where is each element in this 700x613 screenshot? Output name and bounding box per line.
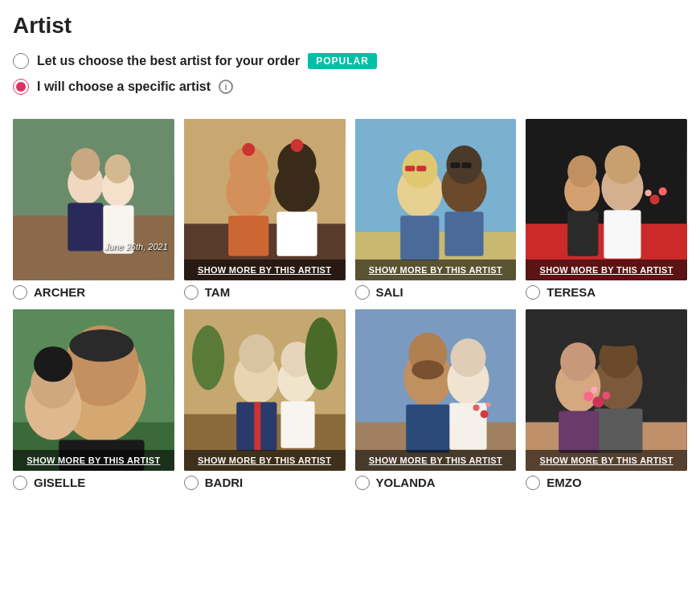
artist-name-emzo: EMZO bbox=[546, 476, 581, 489]
svg-point-60 bbox=[305, 317, 337, 390]
auto-artist-option[interactable]: Let us choose the best artist for your o… bbox=[13, 53, 687, 69]
info-icon[interactable]: i bbox=[219, 80, 233, 94]
show-more-teresa[interactable]: SHOW MORE BY THIS ARTIST bbox=[526, 260, 687, 280]
artist-label-emzo[interactable]: EMZO bbox=[526, 476, 687, 490]
artist-selection-group: Let us choose the best artist for your o… bbox=[13, 53, 687, 95]
svg-rect-55 bbox=[254, 402, 260, 450]
specific-artist-radio[interactable] bbox=[13, 79, 29, 95]
show-more-giselle[interactable]: SHOW MORE BY THIS ARTIST bbox=[13, 450, 174, 471]
artist-label-yolanda[interactable]: YOLANDA bbox=[355, 476, 517, 490]
svg-rect-58 bbox=[280, 401, 314, 447]
artist-name-yolanda: YOLANDA bbox=[376, 476, 436, 489]
artist-name-sali: SALI bbox=[376, 285, 403, 299]
svg-point-16 bbox=[242, 143, 255, 156]
show-more-tam[interactable]: SHOW MORE BY THIS ARTIST bbox=[184, 260, 346, 280]
artist-image-badri bbox=[184, 309, 346, 471]
svg-point-86 bbox=[592, 386, 598, 393]
artist-radio-badri[interactable] bbox=[184, 476, 199, 490]
artist-image-wrap-yolanda: SHOW MORE BY THIS ARTIST bbox=[355, 309, 517, 471]
svg-point-17 bbox=[290, 139, 303, 152]
svg-point-84 bbox=[584, 391, 594, 401]
artist-image-tam bbox=[184, 119, 346, 280]
svg-rect-69 bbox=[449, 403, 486, 449]
artist-image-teresa bbox=[526, 119, 687, 280]
svg-rect-29 bbox=[461, 162, 471, 168]
svg-rect-22 bbox=[400, 215, 439, 260]
svg-point-49 bbox=[34, 346, 72, 382]
auto-artist-radio[interactable] bbox=[13, 53, 29, 69]
show-more-emzo[interactable]: SHOW MORE BY THIS ARTIST bbox=[526, 450, 687, 471]
artist-radio-emzo[interactable] bbox=[526, 476, 540, 490]
artist-card-emzo: SHOW MORE BY THIS ARTISTEMZO bbox=[526, 309, 687, 490]
artist-image-wrap-giselle: SHOW MORE BY THIS ARTIST bbox=[13, 309, 174, 471]
artist-label-teresa[interactable]: TERESA bbox=[526, 285, 687, 300]
artist-label-archer[interactable]: ARCHER bbox=[13, 285, 174, 300]
svg-point-68 bbox=[450, 338, 485, 377]
svg-point-66 bbox=[411, 360, 444, 379]
svg-rect-15 bbox=[276, 211, 317, 255]
artist-image-wrap-tam: SHOW MORE BY THIS ARTIST bbox=[184, 119, 346, 280]
svg-point-6 bbox=[71, 148, 100, 180]
svg-rect-79 bbox=[611, 327, 627, 341]
show-more-sali[interactable]: SHOW MORE BY THIS ARTIST bbox=[355, 260, 517, 280]
svg-point-70 bbox=[480, 410, 488, 418]
show-more-yolanda[interactable]: SHOW MORE BY THIS ARTIST bbox=[355, 450, 517, 471]
artist-image-sali bbox=[355, 119, 517, 280]
artist-card-sali: SHOW MORE BY THIS ARTISTSALI bbox=[355, 119, 517, 300]
artist-card-yolanda: SHOW MORE BY THIS ARTISTYOLANDA bbox=[355, 309, 517, 490]
svg-rect-26 bbox=[405, 166, 415, 171]
svg-rect-28 bbox=[450, 162, 460, 168]
artist-radio-giselle[interactable] bbox=[13, 476, 27, 490]
svg-point-7 bbox=[104, 154, 130, 183]
svg-point-46 bbox=[69, 329, 133, 362]
artist-image-wrap-teresa: SHOW MORE BY THIS ARTIST bbox=[526, 119, 687, 280]
artist-card-tam: SHOW MORE BY THIS ARTISTTAM bbox=[184, 119, 346, 300]
svg-rect-77 bbox=[595, 408, 643, 452]
svg-point-40 bbox=[645, 190, 652, 196]
artist-radio-teresa[interactable] bbox=[526, 285, 540, 300]
artist-name-tam: TAM bbox=[205, 285, 230, 299]
date-overlay-archer: June 26th, 2021 bbox=[104, 242, 168, 251]
svg-rect-65 bbox=[406, 404, 449, 452]
svg-rect-34 bbox=[604, 210, 641, 258]
artist-label-tam[interactable]: TAM bbox=[184, 285, 346, 300]
artist-name-teresa: TERESA bbox=[546, 285, 596, 299]
artist-card-teresa: SHOW MORE BY THIS ARTISTTERESA bbox=[526, 119, 687, 300]
artist-name-archer: ARCHER bbox=[34, 285, 85, 299]
artist-label-badri[interactable]: BADRI bbox=[184, 476, 346, 490]
artist-image-emzo bbox=[526, 309, 687, 471]
svg-rect-25 bbox=[444, 211, 483, 255]
page-title: Artist bbox=[13, 13, 687, 39]
artist-radio-sali[interactable] bbox=[355, 285, 370, 300]
svg-point-36 bbox=[567, 155, 596, 187]
svg-point-72 bbox=[485, 402, 490, 407]
svg-point-38 bbox=[650, 194, 660, 204]
svg-point-81 bbox=[560, 342, 596, 381]
artist-card-badri: SHOW MORE BY THIS ARTISTBADRI bbox=[184, 309, 346, 490]
svg-rect-12 bbox=[228, 215, 268, 255]
artist-label-giselle[interactable]: GISELLE bbox=[13, 476, 174, 490]
svg-point-33 bbox=[605, 145, 641, 184]
svg-rect-27 bbox=[416, 166, 426, 171]
artist-name-badri: BADRI bbox=[205, 476, 244, 489]
artist-image-wrap-emzo: SHOW MORE BY THIS ARTIST bbox=[526, 309, 687, 471]
svg-point-85 bbox=[603, 391, 611, 399]
artist-card-giselle: SHOW MORE BY THIS ARTISTGISELLE bbox=[13, 309, 174, 490]
artist-image-wrap-sali: SHOW MORE BY THIS ARTIST bbox=[355, 119, 517, 280]
specific-artist-option[interactable]: I will choose a specific artist i bbox=[13, 79, 687, 95]
popular-badge: POPULAR bbox=[308, 53, 377, 69]
artist-radio-archer[interactable] bbox=[13, 285, 27, 300]
artist-image-yolanda bbox=[355, 309, 517, 471]
svg-point-59 bbox=[192, 325, 224, 390]
artist-label-sali[interactable]: SALI bbox=[355, 285, 517, 300]
artist-grid: June 26th, 2021ARCHER SHOW MORE BY THIS … bbox=[13, 119, 687, 490]
svg-point-83 bbox=[593, 396, 604, 407]
artist-radio-yolanda[interactable] bbox=[355, 476, 370, 490]
svg-rect-37 bbox=[567, 210, 598, 255]
show-more-badri[interactable]: SHOW MORE BY THIS ARTIST bbox=[184, 450, 346, 471]
artist-image-archer bbox=[13, 119, 174, 280]
specific-artist-label: I will choose a specific artist bbox=[37, 80, 211, 94]
svg-rect-3 bbox=[68, 202, 103, 251]
svg-point-39 bbox=[659, 187, 667, 195]
artist-radio-tam[interactable] bbox=[184, 285, 199, 300]
